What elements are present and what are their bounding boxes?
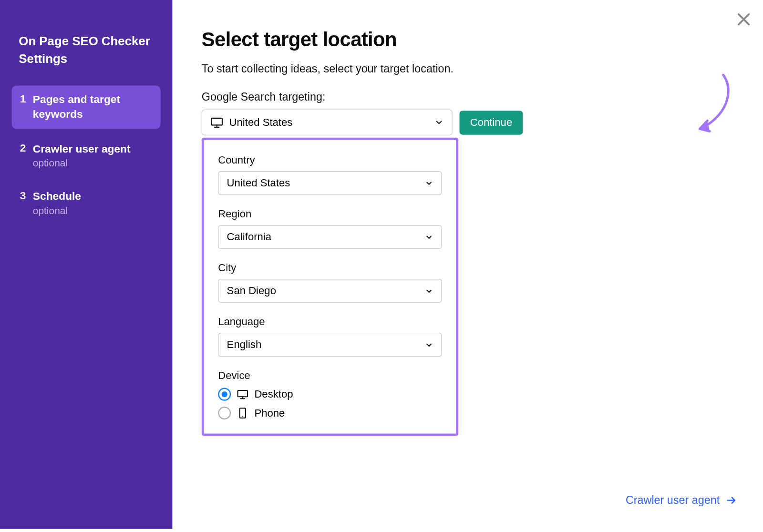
- phone-icon: [237, 407, 249, 419]
- svg-point-3: [242, 416, 243, 417]
- device-label: Device: [218, 369, 442, 382]
- sidebar-item-schedule[interactable]: 3 Schedule optional: [12, 182, 161, 224]
- chevron-down-icon: [425, 287, 433, 295]
- step-number: 3: [20, 189, 33, 202]
- svg-rect-0: [211, 118, 222, 125]
- settings-sidebar: On Page SEO Checker Settings 1 Pages and…: [0, 0, 172, 529]
- city-label: City: [218, 262, 442, 274]
- language-label: Language: [218, 316, 442, 328]
- country-label: Country: [218, 154, 442, 166]
- arrow-right-icon: [726, 494, 738, 506]
- svg-rect-1: [238, 390, 247, 397]
- country-value: United States: [227, 177, 290, 189]
- country-select[interactable]: United States: [218, 171, 442, 195]
- page-subtitle: To start collecting ideas, select your t…: [202, 63, 735, 76]
- page-title: Select target location: [202, 28, 735, 51]
- region-label: Region: [218, 208, 442, 220]
- city-select[interactable]: San Diego: [218, 279, 442, 303]
- radio-selected: [218, 388, 231, 401]
- sidebar-item-pages-keywords[interactable]: 1 Pages and target keywords: [12, 85, 161, 129]
- close-button[interactable]: [735, 10, 753, 28]
- chevron-down-icon: [434, 118, 444, 127]
- device-option-phone[interactable]: Phone: [218, 407, 442, 419]
- close-icon: [735, 10, 753, 28]
- sidebar-title: On Page SEO Checker Settings: [19, 32, 160, 68]
- targeting-select-value: United States: [229, 116, 293, 129]
- region-select[interactable]: California: [218, 225, 442, 249]
- device-desktop-label: Desktop: [254, 388, 293, 400]
- continue-button[interactable]: Continue: [460, 111, 523, 134]
- sidebar-item-label: Pages and target keywords: [33, 92, 153, 122]
- chevron-down-icon: [425, 233, 433, 241]
- next-step-link[interactable]: Crawler user agent: [626, 494, 737, 507]
- radio-unselected: [218, 407, 231, 419]
- city-value: San Diego: [227, 285, 276, 297]
- language-select[interactable]: English: [218, 333, 442, 357]
- device-option-desktop[interactable]: Desktop: [218, 388, 442, 401]
- desktop-icon: [210, 116, 223, 129]
- sidebar-item-label: Schedule: [33, 189, 81, 204]
- targeting-label: Google Search targeting:: [202, 91, 735, 103]
- sidebar-item-label: Crawler user agent: [33, 142, 131, 156]
- targeting-select[interactable]: United States: [202, 110, 453, 135]
- step-number: 2: [20, 142, 33, 154]
- chevron-down-icon: [425, 179, 433, 187]
- next-step-label: Crawler user agent: [626, 494, 720, 507]
- sidebar-item-sublabel: optional: [33, 157, 131, 169]
- targeting-dropdown-panel: Country United States Region California: [202, 138, 458, 436]
- sidebar-item-crawler-agent[interactable]: 2 Crawler user agent optional: [12, 134, 161, 176]
- desktop-icon: [237, 389, 249, 400]
- chevron-down-icon: [425, 341, 433, 349]
- step-number: 1: [20, 92, 33, 105]
- device-phone-label: Phone: [254, 407, 285, 419]
- sidebar-item-sublabel: optional: [33, 205, 81, 217]
- language-value: English: [227, 338, 262, 351]
- main-content: Select target location To start collecti…: [172, 0, 763, 529]
- region-value: California: [227, 231, 271, 243]
